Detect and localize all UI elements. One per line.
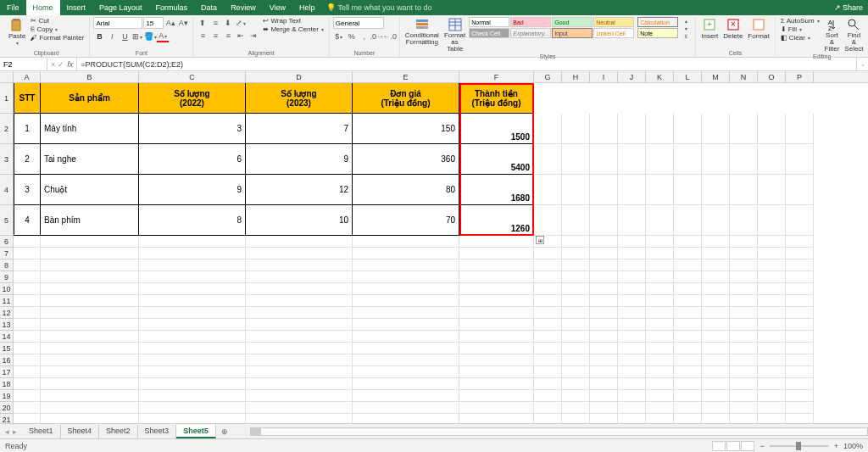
styles-gallery[interactable]: Normal Bad Good Neutral Check Cell Expla…	[469, 17, 634, 38]
cell-blank[interactable]	[353, 378, 459, 390]
cell-F2[interactable]: 1500	[459, 114, 534, 144]
cell-blank[interactable]	[646, 402, 674, 414]
decrease-decimal-button[interactable]: ←.0	[384, 31, 396, 42]
tab-review[interactable]: Review	[224, 0, 263, 15]
cell-blank[interactable]	[459, 343, 534, 354]
col-header-L[interactable]: L	[674, 71, 702, 82]
cell-blank[interactable]	[702, 114, 730, 144]
font-size-select[interactable]	[143, 17, 164, 29]
cell-blank[interactable]	[646, 331, 674, 343]
orientation-button[interactable]: ⤢▾	[235, 17, 247, 29]
cell-blank[interactable]	[459, 295, 534, 307]
cell-blank[interactable]	[646, 366, 674, 378]
cell-blank[interactable]	[702, 343, 730, 354]
cell-blank[interactable]	[618, 354, 646, 366]
cell-blank[interactable]	[786, 144, 814, 175]
cell-blank[interactable]	[246, 307, 353, 319]
cell-blank[interactable]	[674, 295, 702, 307]
cell-F1[interactable]: Thành tiền (Triệu đồng)	[459, 83, 534, 114]
row-header-11[interactable]: 11	[0, 295, 13, 307]
percent-button[interactable]: %	[346, 31, 358, 42]
styles-scroll-down[interactable]: ▾	[680, 25, 692, 31]
cell-blank[interactable]	[786, 414, 814, 423]
cell-blank[interactable]	[14, 331, 41, 343]
row-header-2[interactable]: 2	[0, 114, 13, 144]
cell-blank[interactable]	[353, 271, 459, 283]
cell-blank[interactable]	[562, 283, 590, 295]
cell-blank[interactable]	[786, 343, 814, 354]
cell-blank[interactable]	[562, 114, 590, 144]
cell-blank[interactable]	[353, 307, 459, 319]
cell-blank[interactable]	[786, 319, 814, 331]
cell-blank[interactable]	[139, 414, 246, 423]
cell-E2[interactable]: 150	[353, 114, 459, 144]
cell-F3[interactable]: 5400	[459, 144, 534, 175]
cell-blank[interactable]	[562, 248, 590, 259]
cell-blank[interactable]	[562, 295, 590, 307]
cell-blank[interactable]	[786, 271, 814, 283]
cell-blank[interactable]	[41, 343, 139, 354]
cell-blank[interactable]	[758, 175, 786, 205]
cell-blank[interactable]	[786, 205, 814, 236]
cell-blank[interactable]	[702, 390, 730, 402]
col-header-K[interactable]: K	[646, 71, 674, 82]
cell-B5[interactable]: Bàn phím	[41, 205, 139, 236]
cell-E3[interactable]: 360	[353, 144, 459, 175]
col-header-D[interactable]: D	[246, 71, 353, 82]
cell-blank[interactable]	[786, 114, 814, 144]
cell-blank[interactable]	[758, 295, 786, 307]
cell-blank[interactable]	[590, 114, 618, 144]
col-header-H[interactable]: H	[562, 71, 590, 82]
cell-blank[interactable]	[758, 259, 786, 271]
cell-blank[interactable]	[758, 414, 786, 423]
cell-blank[interactable]	[14, 343, 41, 354]
row-header-6[interactable]: 6	[0, 236, 13, 248]
cell-blank[interactable]	[246, 390, 353, 402]
cell-blank[interactable]	[14, 366, 41, 378]
cell-blank[interactable]	[702, 248, 730, 259]
cancel-formula-icon[interactable]: ×	[51, 60, 55, 69]
cell-blank[interactable]	[702, 402, 730, 414]
cell-blank[interactable]	[618, 307, 646, 319]
format-cells-button[interactable]: Format	[746, 17, 771, 41]
cell-blank[interactable]	[646, 205, 674, 236]
cell-blank[interactable]	[139, 331, 246, 343]
cell-blank[interactable]	[618, 259, 646, 271]
cell-blank[interactable]	[702, 283, 730, 295]
col-header-P[interactable]: P	[786, 71, 814, 82]
cell-blank[interactable]	[14, 402, 41, 414]
cell-blank[interactable]	[246, 343, 353, 354]
cell-E5[interactable]: 70	[353, 205, 459, 236]
align-center-button[interactable]: ≡	[209, 30, 221, 42]
cell-blank[interactable]	[41, 271, 139, 283]
page-layout-view-button[interactable]	[726, 441, 740, 451]
cell-blank[interactable]	[139, 366, 246, 378]
cell-blank[interactable]	[730, 378, 758, 390]
cell-blank[interactable]	[139, 271, 246, 283]
row-header-18[interactable]: 18	[0, 378, 13, 390]
cell-blank[interactable]	[534, 295, 562, 307]
insert-cells-button[interactable]: + Insert	[699, 17, 720, 41]
row-header-13[interactable]: 13	[0, 319, 13, 331]
decrease-font-button[interactable]: A▾	[177, 17, 189, 29]
cell-blank[interactable]	[14, 390, 41, 402]
cell-blank[interactable]	[702, 414, 730, 423]
cell-blank[interactable]	[702, 175, 730, 205]
cell-blank[interactable]	[702, 378, 730, 390]
conditional-formatting-button[interactable]: Conditional Formatting	[403, 17, 441, 47]
cell-blank[interactable]	[534, 248, 562, 259]
cell-blank[interactable]	[674, 390, 702, 402]
cell-blank[interactable]	[646, 354, 674, 366]
page-break-view-button[interactable]	[741, 441, 754, 451]
cell-blank[interactable]	[534, 114, 562, 144]
cell-blank[interactable]	[786, 390, 814, 402]
cell-blank[interactable]	[534, 331, 562, 343]
cell-blank[interactable]	[139, 354, 246, 366]
align-left-button[interactable]: ≡	[197, 30, 209, 42]
row-header-20[interactable]: 20	[0, 402, 13, 414]
sheet-nav[interactable]: ◂▸	[0, 427, 22, 436]
cell-blank[interactable]	[730, 366, 758, 378]
cell-blank[interactable]	[786, 259, 814, 271]
cell-blank[interactable]	[758, 366, 786, 378]
cell-blank[interactable]	[562, 343, 590, 354]
